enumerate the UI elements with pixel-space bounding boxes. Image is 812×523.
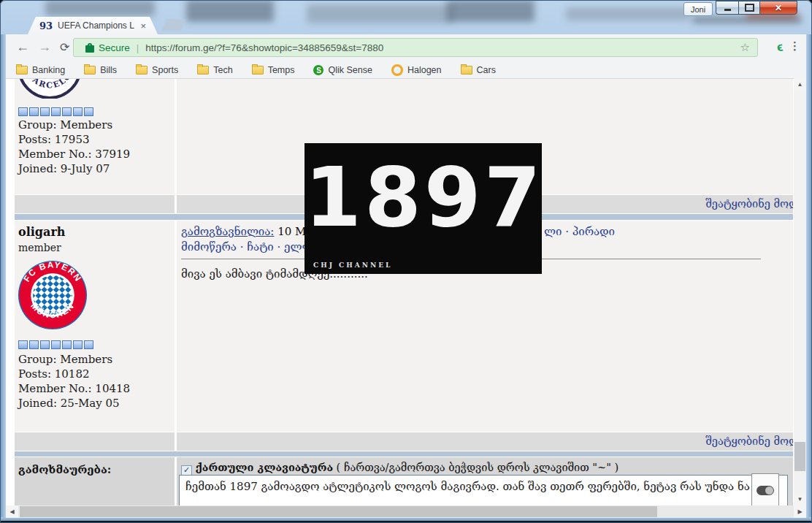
scroll-down-button[interactable]: ▼ (794, 493, 806, 505)
reply-label-cell: გამოხმაურება: (15, 457, 175, 505)
bookmark-cars[interactable]: Cars (461, 65, 496, 75)
post-divider-band (15, 451, 793, 457)
reply-form-row: გამოხმაურება: ✓ ქართული კლავიატურა ( ჩარ… (15, 457, 793, 505)
reply-section-label: გამოხმაურება: (18, 463, 111, 476)
folder-icon (197, 66, 209, 75)
forward-icon[interactable]: → (38, 39, 51, 55)
rating-square (73, 107, 83, 116)
close-button[interactable]: ✕ (759, 1, 797, 15)
member-no: Member No.: 10418 (18, 381, 130, 396)
bookmark-label: Sports (152, 65, 178, 75)
titlebar-blur-artifact (186, 0, 274, 22)
lock-icon (85, 45, 94, 53)
post1-stats: Group: Members Posts: 17953 Member No.: … (18, 118, 130, 176)
report-to-moderator-link[interactable]: შეატყობინე მოდ (705, 198, 793, 210)
post-meta-links[interactable]: მიმოწერა · ჩატი · ელფ (181, 240, 311, 253)
bookmark-tech[interactable]: Tech (197, 65, 232, 75)
maximize-icon (745, 4, 754, 12)
rating-square (29, 107, 39, 116)
window-titlebar: Joni ✕ 93 UEFA Champions League × (0, 0, 812, 34)
address-bar[interactable]: Secure | https://forum.ge/?f=76&showtopi… (73, 38, 758, 57)
window-border-left (0, 34, 6, 523)
folder-icon (461, 66, 472, 75)
image-big-text: 1897 (304, 156, 542, 238)
url-separator: | (137, 42, 139, 53)
back-icon[interactable]: ← (16, 39, 29, 55)
bookmark-bills[interactable]: Bills (84, 65, 117, 75)
report-to-moderator-link[interactable]: შეატყობინე მოდ (705, 435, 793, 447)
bookmark-label: Cars (477, 65, 496, 75)
close-icon: ✕ (775, 3, 782, 13)
vertical-scroll-thumb[interactable] (794, 442, 805, 471)
extension-icon[interactable]: ϵ (776, 40, 784, 56)
barcelona-stamp-avatar: BARCELO (18, 78, 82, 99)
group-label: Group: Members (18, 352, 130, 367)
post2-stats: Group: Members Posts: 10182 Member No.: … (18, 352, 130, 411)
vertical-scrollbar[interactable]: ▲ ▼ (794, 78, 806, 505)
keyboard-label-bold: ქართული კლავიატურა (196, 461, 333, 473)
titlebar-blur-artifact (566, 7, 690, 20)
minimize-button[interactable] (716, 1, 738, 15)
scroll-left-button[interactable]: ◀ (6, 505, 18, 518)
horizontal-scrollbar[interactable]: ◀ ▶ (6, 505, 806, 518)
scroll-up-button[interactable]: ▲ (794, 78, 806, 91)
rating-square (84, 107, 93, 116)
bookmark-halogen[interactable]: Halogen (391, 64, 442, 76)
post1-footer-left (15, 195, 175, 213)
scroll-right-button[interactable]: ▶ (794, 505, 806, 518)
maximize-button[interactable] (738, 1, 759, 15)
joined-date: Joined: 25-May 05 (18, 396, 130, 411)
rating-square (29, 340, 39, 349)
group-label: Group: Members (18, 118, 130, 132)
rating-square (51, 340, 61, 349)
bookmark-sports[interactable]: Sports (136, 65, 178, 75)
posts-count: Posts: 10182 (18, 367, 130, 381)
bookmark-label: Banking (32, 65, 65, 75)
horizontal-scroll-thumb[interactable] (20, 506, 657, 517)
rating-square (51, 107, 61, 116)
toggle-switch[interactable] (757, 486, 774, 495)
secure-label: Secure (99, 42, 130, 53)
browser-tab[interactable]: 93 UEFA Champions League × (28, 17, 158, 34)
toggle-knob (765, 486, 773, 495)
bookmark-banking[interactable]: Banking (16, 65, 65, 75)
url-text[interactable]: https://forum.ge/?f=76&showtopic=3488565… (145, 42, 383, 53)
reply-text-input[interactable]: ჩემთან 1897 გამოაგდო ატლეტიკოს ლოგოს მაგ… (179, 475, 788, 505)
member-no: Member No.: 37919 (18, 147, 130, 161)
bookmark-label: Tech (213, 65, 232, 75)
posted-link[interactable]: გამოგზავნილია: (181, 225, 274, 238)
post2-footer: შეატყობინე მოდ (15, 432, 793, 451)
caption-buttons: ✕ (716, 1, 797, 15)
tab-close-icon[interactable]: × (140, 21, 146, 31)
post1-avatar: BARCELO (18, 78, 85, 99)
rating-square (84, 340, 93, 349)
menu-icon[interactable]: ⋮ (789, 39, 800, 53)
rating-square (18, 340, 28, 349)
titlebar-blur-artifact (45, 0, 155, 16)
new-tab-button[interactable] (162, 19, 185, 31)
bookmark-star-icon[interactable]: ☆ (740, 41, 750, 54)
profile-badge[interactable]: Joni (683, 2, 713, 16)
image-caption: CHJ CHANNEL (313, 262, 392, 269)
post-meta-right-fragment[interactable]: ლი · პირადი (544, 225, 615, 238)
bookmark-qlik-sense[interactable]: SQlik Sense (313, 65, 372, 75)
keyboard-label-rest: ( ჩართვა/გამორთვა ბეჭდვის დროს კლავიშით … (333, 462, 618, 473)
keyboard-option-line: ✓ ქართული კლავიატურა ( ჩართვა/გამორთვა ბ… (181, 461, 618, 476)
reload-icon[interactable]: ⟳ (60, 40, 69, 54)
qlik-sense-icon: S (313, 65, 323, 75)
minimize-icon (724, 9, 731, 11)
post-image-1897[interactable]: 1897 CHJ CHANNEL (304, 143, 542, 274)
rating-square (18, 107, 28, 116)
rating-square (62, 107, 72, 116)
rating-square (40, 340, 50, 349)
forum-page: BARCELO Group: Members Posts: 17953 Memb… (6, 78, 806, 505)
post-meta-line1: გამოგზავნილია: 10 Ma (181, 225, 313, 238)
halogen-ring-icon (391, 64, 403, 76)
bookmark-label: Temps (268, 65, 295, 75)
username[interactable]: oligarh (18, 225, 65, 239)
rating-squares (18, 107, 93, 116)
bookmark-temps[interactable]: Temps (252, 65, 295, 75)
post2-footer-left (15, 432, 175, 451)
joined-date: Joined: 9-July 07 (18, 161, 130, 176)
rating-square (73, 340, 83, 349)
